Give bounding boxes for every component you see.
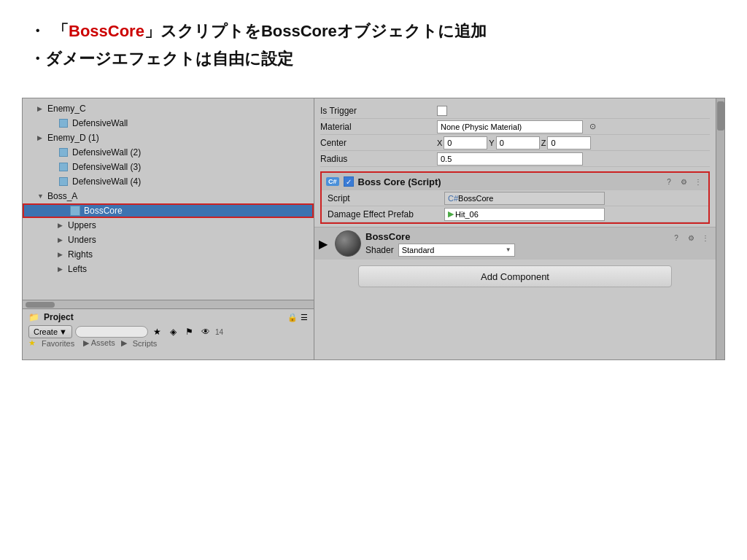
shader-dropdown[interactable]: Standard ▼	[398, 244, 515, 257]
arrow-unders: ▶	[58, 236, 68, 244]
label-dw: DefensiveWall	[72, 118, 128, 128]
radius-label: Radius	[320, 154, 437, 164]
inspector-scrollbar[interactable]	[716, 98, 724, 359]
hierarchy-items: ▶ Enemy_C DefensiveWall ▶ Enemy_D (1)	[23, 98, 314, 300]
hierarchy-item-uppers[interactable]: ▶ Uppers	[23, 218, 314, 233]
script-field[interactable]: C# BossCore	[444, 192, 605, 205]
center-x-value: 0	[447, 139, 452, 147]
hierarchy-item-boss_a[interactable]: ▼ Boss_A	[23, 189, 314, 203]
center-z-field[interactable]: 0	[547, 136, 591, 149]
boss-core-section-icons: ? ⚙ ⋮	[663, 176, 704, 187]
label-dw2: DefensiveWall (2)	[72, 147, 141, 158]
y-label: Y	[489, 139, 494, 147]
boss-core-title: Boss Core (Script)	[358, 176, 441, 187]
script-label: Script	[328, 193, 444, 203]
label-uppers: Uppers	[68, 220, 96, 230]
hierarchy-item-defensivewall[interactable]: DefensiveWall	[23, 116, 314, 131]
hierarchy-item-enemy_c[interactable]: ▶ Enemy_C	[23, 101, 314, 116]
material-field-text: None (Physic Material)	[441, 122, 522, 131]
add-component-button[interactable]: Add Component	[358, 265, 672, 287]
radius-field[interactable]: 0.5	[437, 152, 583, 166]
bosscore-material-section: ▶ BossCore Shader Standard ▼	[314, 227, 716, 260]
hierarchy-item-dw2[interactable]: DefensiveWall (2)	[23, 145, 314, 160]
boss-core-header: C# ✓ Boss Core (Script) ? ⚙ ⋮	[322, 173, 708, 190]
hierarchy-item-dw3[interactable]: DefensiveWall (3)	[23, 160, 314, 174]
material-field[interactable]: None (Physic Material)	[437, 120, 583, 133]
lock-icon: 🔒	[287, 313, 298, 322]
hierarchy-item-lefts[interactable]: ▶ Lefts	[23, 262, 314, 276]
mat-settings-icon[interactable]: ⚙	[685, 232, 697, 244]
sphere-preview-icon	[335, 230, 361, 257]
folder-icon: 📁	[28, 312, 39, 322]
create-button[interactable]: Create ▼	[28, 325, 72, 338]
unity-editor: ▶ Enemy_C DefensiveWall ▶ Enemy_D (1)	[22, 98, 725, 360]
material-label: Material	[320, 122, 437, 132]
script-value: C# BossCore	[444, 192, 703, 205]
highlight-bosscore: BossCore	[69, 22, 144, 40]
material-value: None (Physic Material) ⊙	[437, 120, 710, 133]
expand-btn[interactable]: ▶	[319, 237, 328, 251]
hierarchy-scrollbar[interactable]	[23, 300, 314, 308]
damage-field[interactable]: ▶ Hit_06	[444, 208, 605, 221]
center-value: X 0 Y 0 Z 0	[437, 136, 710, 149]
material-settings-btn[interactable]: ⊙	[586, 120, 599, 133]
hierarchy-item-bosscore[interactable]: BossCore	[23, 203, 314, 218]
project-controls: 🔒 ☰	[287, 313, 308, 322]
material-info: BossCore Shader Standard ▼	[365, 231, 666, 257]
shader-dropdown-arrow: ▼	[506, 246, 511, 253]
overflow-icon[interactable]: ⋮	[692, 176, 704, 187]
is-trigger-value	[437, 106, 710, 116]
boss-core-enable-checkbox[interactable]: ✓	[344, 176, 354, 187]
cube-icon-dw	[58, 117, 69, 129]
hierarchy-item-rights[interactable]: ▶ Rights	[23, 247, 314, 262]
eye-button[interactable]: 👁	[199, 325, 212, 338]
nav-arrow: ▶	[121, 338, 127, 348]
filter-button[interactable]: ◈	[167, 325, 180, 338]
line1-text: 「BossCore」スクリプトをBossCoreオブジェクトに追加	[53, 20, 487, 42]
project-toolbar: Create ▼ ★ ◈ ⚑ 👁 14	[28, 325, 308, 338]
project-header: 📁 Project 🔒 ☰	[28, 312, 308, 322]
label-enemy_c: Enemy_C	[47, 104, 86, 114]
damage-label: Damage Effect Prefab	[328, 209, 444, 219]
bullet-1: ・	[29, 20, 45, 42]
settings-icon[interactable]: ⚙	[678, 176, 689, 187]
center-y-field[interactable]: 0	[496, 136, 540, 149]
search-input[interactable]	[75, 326, 148, 338]
inspector-body: Is Trigger Material None (Physic Materia…	[314, 98, 716, 359]
hierarchy-item-dw4[interactable]: DefensiveWall (4)	[23, 174, 314, 189]
boss-core-section: C# ✓ Boss Core (Script) ? ⚙ ⋮	[320, 171, 710, 224]
bullet-line-1: ・ 「BossCore」スクリプトをBossCoreオブジェクトに追加	[29, 20, 718, 42]
star-button[interactable]: ★	[151, 325, 164, 338]
assets-label: ▶ Assets	[83, 338, 115, 348]
z-label: Z	[541, 139, 546, 147]
arrow-enemy_d: ▶	[37, 134, 47, 141]
is-trigger-row: Is Trigger	[320, 103, 710, 119]
center-x-field[interactable]: 0	[444, 136, 487, 149]
fav-star-icon: ★	[28, 338, 36, 348]
hierarchy-item-unders[interactable]: ▶ Unders	[23, 233, 314, 247]
bullet-line-2: ・ダメージエフェクトは自由に設定	[29, 48, 718, 70]
line2-text: ・ダメージエフェクトは自由に設定	[29, 48, 293, 70]
is-trigger-checkbox[interactable]	[437, 106, 447, 116]
center-label: Center	[320, 138, 437, 148]
help-icon[interactable]: ?	[663, 176, 675, 187]
favorites-bar: ★ Favorites ▶ Assets ▶ Scripts	[28, 338, 308, 348]
radius-value: 0.5	[437, 152, 710, 166]
prefab-icon: ▶	[448, 209, 454, 219]
script-cs-icon: C#	[448, 194, 458, 203]
arrow-boss_a: ▼	[37, 192, 47, 200]
mat-help-icon[interactable]: ?	[670, 232, 682, 244]
material-section-icons: ? ⚙ ⋮	[670, 232, 711, 244]
project-label: Project	[44, 312, 74, 322]
scrollbar-thumb	[717, 101, 724, 131]
is-trigger-label: Is Trigger	[320, 106, 437, 116]
arrow-uppers: ▶	[58, 222, 68, 229]
cs-badge: C#	[326, 177, 339, 186]
bookmark-button[interactable]: ⚑	[183, 325, 196, 338]
top-text-area: ・ 「BossCore」スクリプトをBossCoreオブジェクトに追加 ・ダメー…	[0, 0, 747, 90]
menu-icon[interactable]: ☰	[301, 313, 308, 322]
hierarchy-item-enemy_d[interactable]: ▶ Enemy_D (1)	[23, 131, 314, 145]
label-enemy_d: Enemy_D (1)	[47, 133, 99, 143]
arrow-rights: ▶	[58, 251, 68, 258]
mat-overflow-icon[interactable]: ⋮	[700, 232, 711, 244]
